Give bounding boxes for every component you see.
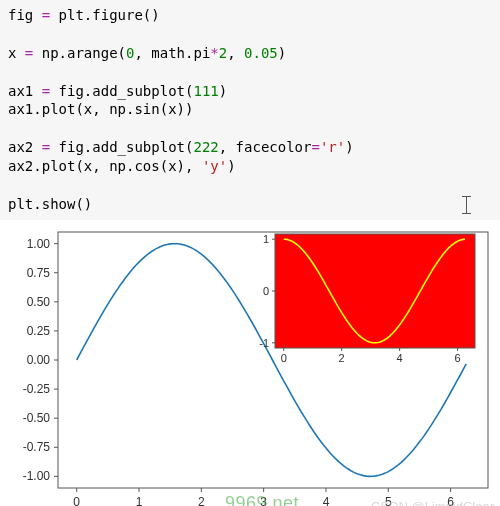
svg-text:1.00: 1.00 [27,236,51,250]
code-block: fig = plt.figure() x = np.arange(0, math… [0,0,500,220]
svg-text:2: 2 [339,352,345,364]
svg-text:0.75: 0.75 [27,266,51,280]
svg-text:0.00: 0.00 [27,353,51,367]
svg-text:0: 0 [263,285,269,297]
text-cursor-icon [462,196,472,214]
svg-text:-1: -1 [259,337,269,349]
matplotlib-figure: -1.00-0.75-0.50-0.250.000.250.500.751.00… [0,220,500,506]
svg-text:3: 3 [260,495,267,506]
svg-text:4: 4 [323,495,330,506]
code-line: plt.show() [8,196,92,212]
code-line: ax1.plot(x, np.sin(x)) [8,101,193,117]
svg-text:1: 1 [263,233,269,245]
svg-text:0.50: 0.50 [27,295,51,309]
svg-text:-0.50: -0.50 [23,411,51,425]
code-line: x = np.arange(0, math.pi*2, 0.05) [8,45,286,61]
svg-text:-0.75: -0.75 [23,440,51,454]
svg-text:4: 4 [397,352,403,364]
svg-text:2: 2 [198,495,205,506]
svg-text:0.25: 0.25 [27,324,51,338]
code-line: ax1 = fig.add_subplot(111) [8,83,227,99]
code-line: ax2 = fig.add_subplot(222, facecolor='r'… [8,139,354,155]
svg-text:1: 1 [136,495,143,506]
plot-svg: -1.00-0.75-0.50-0.250.000.250.500.751.00… [0,220,500,506]
code-line: ax2.plot(x, np.cos(x), 'y') [8,158,236,174]
svg-text:-0.25: -0.25 [23,382,51,396]
svg-text:0: 0 [73,495,80,506]
svg-text:6: 6 [455,352,461,364]
code-line: fig = plt.figure() [8,7,160,23]
svg-text:5: 5 [385,495,392,506]
svg-text:6: 6 [447,495,454,506]
svg-text:0: 0 [281,352,287,364]
svg-text:-1.00: -1.00 [23,469,51,483]
